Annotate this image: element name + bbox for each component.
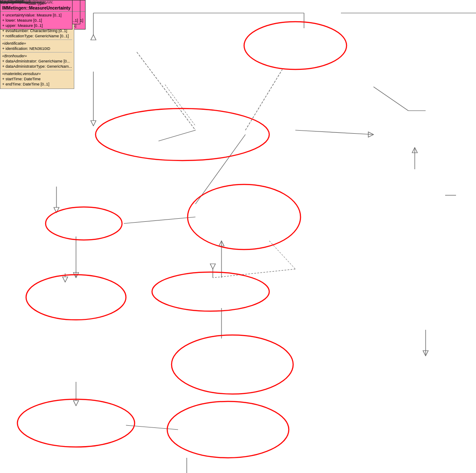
attr: + notificationType: GenericName [0..1] bbox=[2, 33, 72, 39]
svg-point-45 bbox=[172, 335, 293, 394]
svg-point-46 bbox=[17, 399, 135, 447]
svg-point-39 bbox=[244, 22, 347, 69]
svg-marker-12 bbox=[368, 132, 374, 137]
attr: + dataAdministrator: GenericName [0... bbox=[2, 59, 72, 64]
svg-line-11 bbox=[295, 130, 374, 135]
svg-line-9 bbox=[374, 87, 408, 111]
attr: «materieleLvensduur» bbox=[2, 71, 72, 76]
svg-point-40 bbox=[96, 108, 269, 161]
svg-line-7 bbox=[137, 52, 195, 130]
svg-marker-28 bbox=[412, 148, 417, 153]
svg-point-44 bbox=[152, 272, 269, 311]
svg-line-15 bbox=[159, 130, 195, 141]
svg-marker-3 bbox=[91, 35, 96, 40]
svg-line-8 bbox=[245, 69, 282, 130]
svg-marker-6 bbox=[91, 121, 96, 126]
attr: + endTime: DateTime [0..1] bbox=[2, 82, 72, 87]
class-name: IMMetingen::MeasureUncertainty bbox=[2, 6, 70, 10]
svg-line-17 bbox=[124, 217, 195, 223]
svg-marker-34 bbox=[63, 277, 68, 282]
measure-uncertainty-box: «dataType» IMMetingen::MeasureUncertaint… bbox=[0, 0, 73, 30]
attr: + dataAdministratorType: GenericNam... bbox=[2, 64, 72, 69]
label-application: +application bbox=[0, 0, 21, 4]
svg-point-41 bbox=[46, 207, 122, 240]
attr: + lower: Measure [0..1] bbox=[2, 18, 70, 23]
svg-marker-24 bbox=[73, 401, 79, 406]
svg-marker-19 bbox=[219, 241, 224, 246]
attr: «Bronhouder» bbox=[2, 53, 72, 59]
svg-line-38 bbox=[213, 269, 295, 278]
svg-point-43 bbox=[26, 275, 126, 320]
svg-marker-21 bbox=[73, 273, 79, 278]
svg-line-16 bbox=[195, 135, 245, 204]
diagram-container: [0..*] MaxAantalOveschrijvingenAW, «feat… bbox=[0, 0, 476, 473]
svg-marker-36 bbox=[423, 351, 428, 356]
svg-point-42 bbox=[188, 184, 301, 250]
attr: + identification: NEN3610ID bbox=[2, 46, 72, 51]
svg-marker-14 bbox=[54, 207, 59, 213]
svg-line-30 bbox=[165, 85, 195, 126]
svg-line-37 bbox=[269, 241, 295, 269]
svg-point-47 bbox=[167, 401, 289, 458]
svg-line-25 bbox=[126, 425, 178, 430]
attr: + startTime: DateTime bbox=[2, 76, 72, 82]
attr: + uncertaintyValue: Measure [0..1] bbox=[2, 13, 70, 18]
svg-marker-32 bbox=[210, 264, 215, 269]
attr: «identificatie» bbox=[2, 41, 72, 46]
attr: + upper: Measure [0..1] bbox=[2, 23, 70, 28]
